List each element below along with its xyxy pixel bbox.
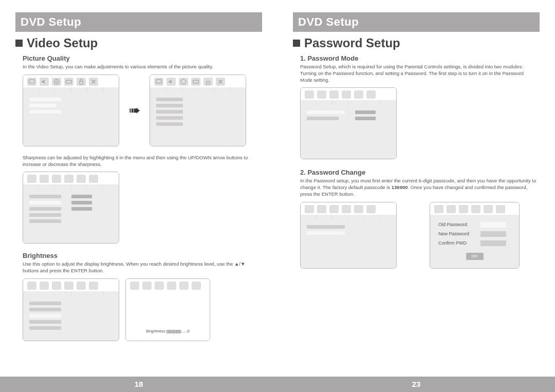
banner-left: DVD Setup — [15, 12, 262, 32]
close-icon — [366, 205, 376, 213]
icon-strip — [150, 75, 246, 87]
lock-icon — [203, 78, 213, 86]
globe-icon — [52, 175, 61, 183]
screenshot-brightness-slider: Brightness ||||||||||||||||||....... 0 — [125, 278, 210, 341]
field-old-password[interactable] — [480, 222, 506, 228]
audio-icon — [40, 78, 49, 86]
screenshot-sharpness — [23, 172, 119, 244]
display-icon — [305, 205, 314, 213]
globe-icon — [329, 205, 339, 213]
svg-rect-6 — [193, 80, 199, 83]
text-password-mode: Password Setup, which is required for us… — [300, 64, 536, 83]
globe-icon — [459, 205, 468, 213]
icon-strip — [23, 75, 119, 87]
globe-icon — [52, 78, 61, 86]
keyboard-icon — [342, 90, 351, 99]
icon-strip — [126, 279, 210, 291]
close-icon — [366, 90, 376, 99]
text-password-change: In the Password setup, you must first en… — [300, 178, 536, 197]
svg-rect-4 — [156, 80, 162, 83]
section-title-password: Password Setup — [293, 36, 540, 50]
lock-icon — [484, 205, 493, 213]
audio-icon — [40, 175, 49, 183]
screenshot-password-mode — [300, 87, 397, 159]
close-icon — [89, 282, 98, 290]
globe-icon — [179, 78, 188, 86]
svg-point-5 — [181, 79, 186, 84]
display-icon — [305, 90, 314, 99]
display-icon — [130, 282, 139, 290]
audio-icon — [447, 205, 456, 213]
close-icon — [89, 78, 98, 86]
lock-icon — [354, 205, 363, 213]
page-left: DVD Setup Video Setup Picture Quality In… — [0, 0, 278, 392]
svg-rect-7 — [207, 81, 210, 84]
ok-button[interactable]: OK — [466, 253, 484, 260]
svg-rect-0 — [29, 80, 35, 83]
display-icon — [27, 78, 36, 86]
page-number-right: 23 — [278, 377, 555, 392]
audio-icon — [142, 282, 152, 290]
display-icon — [154, 78, 163, 86]
lock-icon — [77, 78, 86, 86]
globe-icon — [52, 282, 61, 290]
screenshot-video-menu-2 — [150, 74, 246, 146]
audio-icon — [40, 282, 49, 290]
brightness-ticks: ||||||||||||||||||....... — [165, 329, 187, 333]
heading-password-mode: 1. Password Mode — [300, 54, 540, 62]
icon-strip — [301, 88, 396, 100]
keyboard-icon — [64, 78, 73, 86]
default-passcode: 136900 — [392, 184, 408, 190]
page-number-left: 18 — [0, 377, 278, 392]
square-bullet-icon — [15, 40, 23, 47]
keyboard-icon — [471, 205, 480, 213]
banner-right: DVD Setup — [293, 12, 540, 32]
screenshot-video-menu-1 — [23, 74, 119, 146]
section-title-text: Video Setup — [27, 36, 98, 50]
field-new-password[interactable] — [480, 231, 506, 237]
icon-strip — [23, 172, 119, 184]
icon-strip — [301, 202, 396, 215]
audio-icon — [317, 90, 326, 99]
icon-strip — [430, 202, 519, 215]
heading-brightness: Brightness — [23, 252, 262, 259]
audio-icon — [317, 205, 326, 213]
svg-rect-3 — [80, 81, 83, 84]
globe-icon — [155, 282, 164, 290]
square-bullet-icon — [293, 40, 300, 47]
screenshot-password-change-menu — [300, 202, 397, 269]
close-icon — [89, 175, 98, 183]
section-title-text: Password Setup — [304, 36, 400, 50]
svg-rect-2 — [66, 80, 72, 83]
heading-password-change: 2. Password Change — [300, 169, 540, 176]
text-sharpness: Sharpness can be adjusted by highlightin… — [23, 155, 259, 168]
keyboard-icon — [64, 282, 73, 290]
section-title-video: Video Setup — [15, 36, 262, 50]
label-new-password: New Password — [438, 231, 475, 236]
page-right: DVD Setup Password Setup 1. Password Mod… — [278, 0, 555, 392]
keyboard-icon — [191, 78, 200, 86]
display-icon — [27, 175, 36, 183]
display-icon — [27, 282, 36, 290]
screenshot-brightness-menu — [23, 278, 119, 341]
lock-icon — [179, 282, 189, 290]
keyboard-icon — [342, 205, 351, 213]
keyboard-icon — [64, 175, 73, 183]
brightness-value: 0 — [187, 329, 189, 333]
label-old-password: Old Password — [438, 222, 475, 227]
close-icon — [216, 78, 225, 86]
icon-strip — [23, 279, 119, 291]
lock-icon — [77, 282, 86, 290]
screenshot-password-dialog: Old Password New Password Confirm PWD OK — [430, 202, 520, 269]
field-confirm-password[interactable] — [480, 240, 506, 246]
text-brightness: Use this option to adjust the display br… — [23, 261, 259, 274]
lock-icon — [77, 175, 86, 183]
audio-icon — [166, 78, 176, 86]
close-icon — [192, 282, 201, 290]
globe-icon — [329, 90, 339, 99]
label-confirm-password: Confirm PWD — [438, 240, 475, 246]
lock-icon — [354, 90, 363, 99]
brightness-label: Brightness — [146, 329, 165, 333]
text-picture-quality-1: In the Video Setup, you can make adjustm… — [23, 64, 259, 70]
keyboard-icon — [167, 282, 176, 290]
